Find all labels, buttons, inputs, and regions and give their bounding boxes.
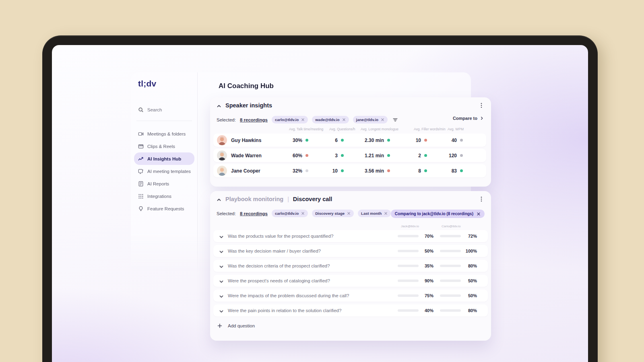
question-row[interactable]: Was the key decision maker / buyer clari… bbox=[213, 245, 488, 257]
progress-value-carlo: 50% bbox=[459, 275, 477, 287]
status-dot bbox=[460, 169, 463, 172]
selected-recordings-link[interactable]: 8 recordings bbox=[240, 211, 268, 216]
speaker-table: Guy Hawkins 30% 6 2.30 min 10 40 Wade Wa… bbox=[213, 134, 486, 179]
progress-value-carlo: 72% bbox=[459, 230, 477, 242]
sidebar-item-label: AI Insights Hub bbox=[147, 156, 181, 161]
close-icon[interactable] bbox=[477, 212, 481, 216]
chevron-down-icon[interactable] bbox=[219, 263, 224, 268]
metric-value: 3.56 min bbox=[365, 168, 384, 174]
sidebar-item-label: Clips & Reels bbox=[147, 144, 175, 149]
sidebar-item-feature-requests[interactable]: Feature Requests bbox=[134, 202, 194, 215]
progress-bar-carlo bbox=[440, 309, 461, 312]
filter-chip[interactable]: jane@tldv.io bbox=[353, 116, 388, 123]
filter-icon[interactable] bbox=[392, 117, 398, 123]
speaker-name: Jane Cooper bbox=[231, 164, 260, 177]
filter-chip[interactable]: Discovery stage bbox=[312, 210, 354, 217]
speaker-insights-card: Speaker insights Selected: 8 recordings … bbox=[210, 97, 491, 187]
question-text: Was the decision criteria of the prospec… bbox=[228, 260, 330, 272]
comparing-to-label: Comparing to jack@tldv.io (8 recordings) bbox=[395, 212, 473, 216]
progress-value-jack: 75% bbox=[416, 290, 433, 302]
column-header: Avg. Longest monologue bbox=[361, 127, 398, 131]
comparing-to-chip[interactable]: Comparing to jack@tldv.io (8 recordings) bbox=[391, 210, 485, 218]
column-header: Avg. Talk time/meeting bbox=[289, 127, 323, 131]
sidebar-item-meetings-folders[interactable]: Meetings & folders bbox=[134, 128, 194, 140]
speaker-row[interactable]: Wade Warren 60% 3 1.21 min 2 120 bbox=[213, 149, 486, 162]
clapperboard-icon bbox=[138, 144, 144, 149]
speaker-row[interactable]: Guy Hawkins 30% 6 2.30 min 10 40 bbox=[213, 134, 486, 147]
close-icon[interactable] bbox=[347, 212, 351, 215]
selected-label: Selected: bbox=[217, 211, 236, 216]
filter-chip[interactable]: wade@tldv.io bbox=[312, 116, 349, 123]
compare-to-button[interactable]: Compare to bbox=[453, 116, 484, 121]
kebab-menu-icon[interactable] bbox=[478, 196, 485, 202]
sidebar-item-ai-meeting-templates[interactable]: AI meeting templates bbox=[134, 165, 194, 177]
playbook-chips: carlo@tldv.io Discovery stage Last month bbox=[272, 210, 391, 217]
chevron-down-icon[interactable] bbox=[219, 293, 224, 298]
metric-cell: 3 bbox=[299, 149, 344, 162]
status-dot bbox=[341, 139, 344, 142]
search-input[interactable]: Search bbox=[138, 107, 162, 113]
page-title: AI Coaching Hub bbox=[210, 82, 274, 90]
selected-label: Selected: bbox=[217, 117, 236, 122]
question-row[interactable]: Was the products value for the prospect … bbox=[213, 230, 488, 242]
sidebar-item-ai-reports[interactable]: AI Reports bbox=[134, 177, 194, 190]
sidebar-item-clips-reels[interactable]: Clips & Reels bbox=[134, 140, 194, 152]
desk-background: tl;dv Search Meetings & folders Clips & … bbox=[0, 0, 644, 362]
question-row[interactable]: Were the prospect's needs of cataloging … bbox=[213, 275, 488, 287]
chevron-down-icon[interactable] bbox=[219, 234, 224, 239]
metric-value: 3 bbox=[335, 153, 338, 158]
compare-to-label: Compare to bbox=[453, 116, 477, 121]
avatar bbox=[217, 150, 227, 160]
question-text: Was the key decision maker / buyer clari… bbox=[228, 245, 321, 257]
question-text: Were the prospect's needs of cataloging … bbox=[228, 275, 330, 287]
chevron-down-icon[interactable] bbox=[219, 278, 224, 283]
metric-value: 1.21 min bbox=[365, 153, 384, 158]
playbook-title-muted: Playbook monitoring bbox=[225, 196, 283, 202]
question-row[interactable]: Were the impacts of the problem discusse… bbox=[213, 290, 488, 302]
add-question-button[interactable]: Add question bbox=[213, 319, 488, 332]
question-row[interactable]: Was the decision criteria of the prospec… bbox=[213, 260, 488, 272]
filter-chip[interactable]: carlo@tldv.io bbox=[272, 116, 308, 123]
metric-cell: 6 bbox=[299, 134, 344, 147]
filter-chip[interactable]: carlo@tldv.io bbox=[272, 210, 308, 217]
selected-recordings-link[interactable]: 8 recordings bbox=[240, 117, 268, 122]
status-dot bbox=[460, 154, 463, 157]
avatar bbox=[217, 135, 227, 145]
kebab-menu-icon[interactable] bbox=[478, 102, 485, 109]
sidebar-item-ai-insights-hub[interactable]: AI Insights Hub bbox=[134, 152, 194, 165]
speaker-row[interactable]: Jane Cooper 32% 10 3.56 min 8 83 bbox=[213, 164, 486, 177]
metric-value: 10 bbox=[332, 168, 338, 174]
progress-value-carlo: 50% bbox=[459, 290, 477, 302]
progress-value-jack: 35% bbox=[416, 260, 433, 272]
close-icon[interactable] bbox=[381, 118, 384, 121]
bulb-icon bbox=[138, 206, 144, 212]
chevron-down-icon[interactable] bbox=[219, 308, 224, 313]
close-icon[interactable] bbox=[301, 118, 305, 121]
filter-chip[interactable]: Last month bbox=[358, 210, 391, 217]
grid-dots-icon bbox=[138, 193, 144, 199]
chevron-up-icon[interactable] bbox=[217, 197, 221, 202]
close-icon[interactable] bbox=[301, 212, 305, 215]
chevron-up-icon[interactable] bbox=[217, 103, 221, 108]
question-row[interactable]: Were the pain points in relation to the … bbox=[213, 304, 488, 317]
sidebar-item-label: AI meeting templates bbox=[147, 169, 191, 174]
chevron-down-icon[interactable] bbox=[219, 249, 224, 253]
progress-value-jack: 90% bbox=[416, 275, 433, 287]
playbook-filter-row: Selected: 8 recordings carlo@tldv.io Dis… bbox=[217, 210, 401, 217]
progress-bar-carlo bbox=[440, 250, 461, 252]
progress-bar-carlo bbox=[440, 280, 461, 282]
sidebar-item-integrations[interactable]: Integrations bbox=[134, 190, 194, 202]
sidebar-divider bbox=[197, 72, 198, 274]
search-icon bbox=[138, 107, 144, 113]
column-header: Avg. Questions/h bbox=[329, 127, 355, 131]
close-icon[interactable] bbox=[384, 212, 388, 215]
trend-icon bbox=[138, 156, 144, 162]
filter-chip-label: carlo@tldv.io bbox=[275, 211, 299, 216]
question-text: Were the impacts of the problem discusse… bbox=[228, 290, 349, 302]
playbook-header: Playbook monitoring | Discovery call bbox=[217, 196, 332, 202]
metric-cell: 83 bbox=[419, 164, 463, 177]
close-icon[interactable] bbox=[342, 118, 346, 121]
template-icon bbox=[138, 169, 144, 174]
add-question-label: Add question bbox=[228, 323, 255, 328]
report-icon bbox=[138, 181, 144, 187]
